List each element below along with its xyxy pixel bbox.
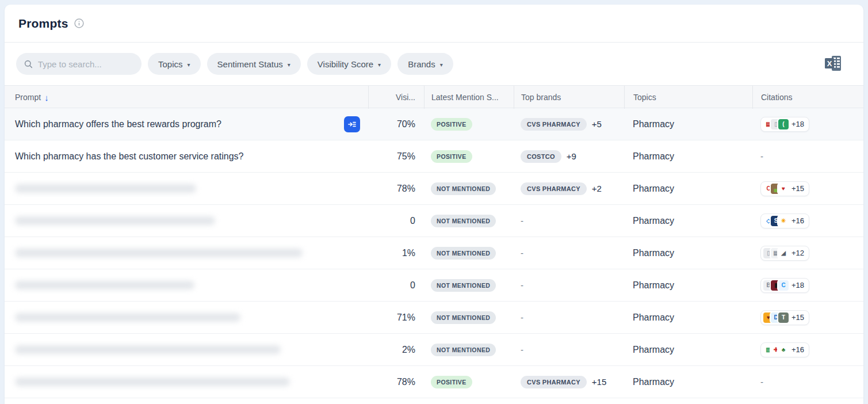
table-row[interactable]: 1% NOT MENTIONED - Pharmacy ▯▤◢ +12 — [5, 237, 863, 269]
topics-cell: Pharmacy — [624, 345, 752, 355]
table-row[interactable]: 71% NOT MENTIONED - Pharmacy ♥DT +15 — [5, 302, 863, 334]
empty-value: - — [521, 312, 523, 322]
visibility-cell: 75% — [368, 151, 424, 162]
empty-value: - — [521, 216, 523, 226]
visibility-cell: 1% — [368, 248, 424, 258]
filter-brands[interactable]: Brands ▾ — [397, 53, 453, 75]
visibility-value: 78% — [397, 377, 415, 387]
column-header-top-brands[interactable]: Top brands — [514, 86, 624, 109]
sentiment-badge: POSITIVE — [431, 118, 472, 131]
citations-pill[interactable]: ▤▯( +18 — [760, 117, 809, 132]
citations-cell: ▯▤◢ +12 — [752, 246, 863, 261]
sentiment-badge: NOT MENTIONED — [431, 182, 496, 195]
prompt-cell — [5, 281, 368, 289]
visibility-cell: 0 — [368, 216, 424, 226]
sentiment-cell: NOT MENTIONED — [424, 182, 514, 195]
sentiment-cell: POSITIVE — [424, 118, 514, 131]
citations-more-count: +18 — [791, 281, 804, 289]
topics-cell: Pharmacy — [624, 184, 752, 194]
visibility-value: 78% — [397, 184, 415, 194]
topics-cell: Pharmacy — [624, 248, 752, 258]
topic-label: Pharmacy — [633, 345, 674, 355]
table-row[interactable]: 78% NOT MENTIONED CVS PHARMACY +2 Pharma… — [5, 173, 863, 205]
column-header-topics[interactable]: Topics — [624, 86, 752, 109]
chevron-down-icon: ▾ — [188, 62, 190, 68]
brand-chip[interactable]: CVS PHARMACY — [521, 118, 587, 131]
sentiment-cell: POSITIVE — [424, 376, 514, 388]
topics-cell: Pharmacy — [624, 216, 752, 226]
visibility-value: 0 — [410, 216, 415, 226]
sentiment-cell: POSITIVE — [424, 150, 514, 163]
table-row[interactable]: Which pharmacy offers the best rewards p… — [5, 108, 863, 140]
filter-visibility-score[interactable]: Visibility Score ▾ — [307, 53, 391, 75]
visibility-value: 1% — [402, 248, 415, 258]
citations-cell: ▨✚♣ +16 — [752, 342, 863, 357]
sentiment-badge: POSITIVE — [431, 376, 472, 388]
citations-pill[interactable]: ◇S✳ +16 — [760, 214, 809, 228]
search-input[interactable] — [38, 59, 133, 69]
sentiment-badge: NOT MENTIONED — [431, 247, 496, 260]
brand-chip[interactable]: COSTCO — [521, 150, 561, 163]
topics-cell: Pharmacy — [624, 377, 752, 387]
blurred-prompt — [15, 184, 196, 193]
top-brands-cell: CVS PHARMACY +15 — [514, 376, 624, 388]
visibility-value: 70% — [397, 119, 415, 129]
citations-pill[interactable]: B▮C +18 — [760, 278, 809, 293]
citation-favicons: ◇S✳ — [763, 216, 789, 226]
citation-favicons: ♥DT — [763, 312, 789, 323]
chevron-down-icon: ▾ — [440, 62, 443, 68]
column-header-prompt[interactable]: Prompt ↓ — [5, 86, 368, 109]
info-icon[interactable] — [74, 18, 84, 28]
citation-favicon: ✳ — [778, 216, 789, 226]
citation-favicon: ♥ — [778, 184, 789, 194]
citations-pill[interactable]: ▨✚♣ +16 — [760, 342, 809, 357]
brand-extra-count: +9 — [567, 151, 576, 161]
top-brands-cell: CVS PHARMACY +5 — [514, 118, 624, 131]
search-box[interactable] — [16, 53, 142, 75]
column-header-visibility[interactable]: Visi... — [368, 86, 424, 109]
citation-favicons: ▤▯( — [763, 119, 789, 129]
title-bar: Prompts — [5, 5, 863, 43]
excel-export-button[interactable]: X — [824, 55, 843, 74]
citations-cell: B▮C +18 — [752, 278, 863, 293]
citation-favicon: ◢ — [778, 248, 789, 258]
citations-cell: - — [752, 377, 863, 387]
visibility-value: 2% — [402, 345, 415, 355]
table-row[interactable]: 0 NOT MENTIONED - Pharmacy B▮C +18 — [5, 269, 863, 302]
citations-pill[interactable]: ♥DT +15 — [760, 310, 809, 325]
filter-sentiment-status[interactable]: Sentiment Status ▾ — [207, 53, 301, 75]
sentiment-cell: NOT MENTIONED — [424, 311, 514, 324]
search-icon — [24, 59, 33, 69]
table-row[interactable]: Which pharmacy has the best customer ser… — [5, 140, 863, 173]
filter-topics[interactable]: Topics ▾ — [148, 53, 201, 75]
top-brands-cell: - — [514, 280, 624, 290]
table-row[interactable]: 78% POSITIVE CVS PHARMACY +15 Pharmacy - — [5, 366, 863, 398]
table-row[interactable]: 0 NOT MENTIONED - Pharmacy ◇S✳ +16 — [5, 205, 863, 237]
blurred-prompt — [15, 345, 281, 354]
visibility-cell: 78% — [368, 184, 424, 194]
visibility-cell: 78% — [368, 377, 424, 387]
prompt-cell — [5, 216, 368, 225]
topics-cell: Pharmacy — [624, 119, 752, 129]
filter-bar: Topics ▾ Sentiment Status ▾ Visibility S… — [5, 43, 863, 85]
sort-descending-icon[interactable]: ↓ — [44, 93, 49, 102]
visibility-cell: 71% — [368, 312, 424, 323]
brand-chip[interactable]: CVS PHARMACY — [521, 376, 587, 388]
column-header-sentiment[interactable]: Latest Mention S... — [424, 86, 514, 109]
blurred-prompt — [15, 378, 290, 386]
topic-label: Pharmacy — [633, 312, 674, 323]
brand-chip[interactable]: CVS PHARMACY — [521, 182, 587, 195]
open-prompt-button[interactable] — [344, 116, 360, 132]
column-header-citations[interactable]: Citations — [752, 86, 863, 109]
citations-cell: ♥DT +15 — [752, 310, 863, 325]
table-body: Which pharmacy offers the best rewards p… — [5, 108, 863, 398]
chevron-down-icon: ▾ — [288, 62, 290, 68]
table-row[interactable]: 2% NOT MENTIONED - Pharmacy ▨✚♣ +16 — [5, 334, 863, 366]
citations-pill[interactable]: ▯▤◢ +12 — [760, 246, 809, 261]
sentiment-cell: NOT MENTIONED — [424, 279, 514, 292]
citations-pill[interactable]: C▄♥ +15 — [760, 181, 809, 196]
sentiment-cell: NOT MENTIONED — [424, 215, 514, 227]
empty-value: - — [760, 151, 763, 161]
visibility-cell: 2% — [368, 345, 424, 355]
visibility-value: 75% — [397, 151, 415, 162]
